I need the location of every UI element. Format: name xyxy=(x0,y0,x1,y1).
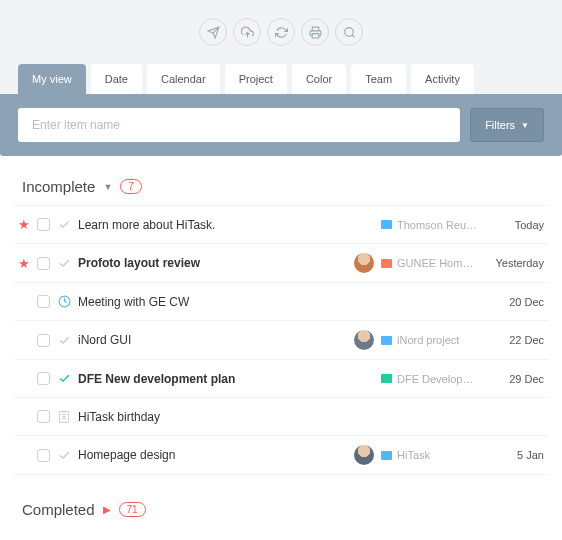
checkbox[interactable] xyxy=(37,410,50,423)
tab-calendar[interactable]: Calendar xyxy=(147,64,220,94)
checkbox[interactable] xyxy=(37,334,50,347)
checkbox[interactable] xyxy=(37,372,50,385)
tab-my-view[interactable]: My view xyxy=(18,64,86,94)
tab-project[interactable]: Project xyxy=(225,64,287,94)
task-date: 5 Jan xyxy=(486,449,544,461)
folder-icon xyxy=(381,451,392,460)
task-date: Today xyxy=(486,219,544,231)
star-icon[interactable]: ★ xyxy=(18,257,30,270)
folder-icon xyxy=(381,336,392,345)
print-icon[interactable] xyxy=(301,18,329,46)
check-icon xyxy=(57,449,71,462)
task-row[interactable]: ★Meeting with GE CW20 Dec xyxy=(14,283,548,321)
project-tag: GUNEE Homme Cam xyxy=(381,257,479,269)
task-row[interactable]: ★Learn more about HiTask.Thomson Reuters… xyxy=(14,206,548,244)
project-tag: DFE Development xyxy=(381,373,479,385)
completed-header[interactable]: Completed ▶ 71 xyxy=(14,501,548,518)
task-row[interactable]: ★iNord GUIiNord project22 Dec xyxy=(14,321,548,360)
chevron-down-icon: ▼ xyxy=(521,121,529,130)
task-title: iNord GUI xyxy=(78,333,347,347)
task-date: 29 Dec xyxy=(486,373,544,385)
cloud-upload-icon[interactable] xyxy=(233,18,261,46)
incomplete-header[interactable]: Incomplete ▼ 7 xyxy=(14,178,548,195)
document-icon xyxy=(57,411,71,423)
task-title: Learn more about HiTask. xyxy=(78,218,347,232)
check-icon xyxy=(57,334,71,347)
chevron-right-icon: ▶ xyxy=(103,504,111,515)
check-icon xyxy=(57,372,71,385)
star-icon[interactable]: ★ xyxy=(18,218,30,231)
checkbox[interactable] xyxy=(37,449,50,462)
folder-icon xyxy=(381,374,392,383)
task-list: ★Learn more about HiTask.Thomson Reuters… xyxy=(14,205,548,475)
folder-icon xyxy=(381,220,392,229)
check-icon xyxy=(57,218,71,231)
task-date: Yesterday xyxy=(486,257,544,269)
tab-team[interactable]: Team xyxy=(351,64,406,94)
checkbox[interactable] xyxy=(37,218,50,231)
task-row[interactable]: ★DFE New development planDFE Development… xyxy=(14,360,548,398)
svg-point-0 xyxy=(344,27,353,36)
checkbox[interactable] xyxy=(37,257,50,270)
chevron-down-icon: ▼ xyxy=(103,182,112,192)
count-badge: 7 xyxy=(120,179,142,194)
section-title: Incomplete xyxy=(22,178,95,195)
avatar xyxy=(354,330,374,350)
clock-icon xyxy=(57,295,71,308)
tab-color[interactable]: Color xyxy=(292,64,346,94)
avatar xyxy=(354,253,374,273)
task-title: DFE New development plan xyxy=(78,372,347,386)
task-row[interactable]: ★Profoto layout reviewGUNEE Homme CamYes… xyxy=(14,244,548,283)
task-date: 22 Dec xyxy=(486,334,544,346)
check-icon xyxy=(57,257,71,270)
search-bar: Filters▼ xyxy=(0,94,562,156)
filters-button[interactable]: Filters▼ xyxy=(470,108,544,142)
task-date: 20 Dec xyxy=(486,296,544,308)
content: Incomplete ▼ 7 ★Learn more about HiTask.… xyxy=(0,156,562,540)
task-row[interactable]: ★Homepage designHiTask5 Jan xyxy=(14,436,548,475)
project-tag: Thomson Reuters – A xyxy=(381,219,479,231)
task-row[interactable]: ★HiTask birthday xyxy=(14,398,548,436)
refresh-icon[interactable] xyxy=(267,18,295,46)
project-tag: HiTask xyxy=(381,449,479,461)
task-title: Meeting with GE CW xyxy=(78,295,347,309)
task-title: Profoto layout review xyxy=(78,256,347,270)
section-title: Completed xyxy=(22,501,95,518)
folder-icon xyxy=(381,259,392,268)
count-badge: 71 xyxy=(119,502,146,517)
tab-date[interactable]: Date xyxy=(91,64,142,94)
checkbox[interactable] xyxy=(37,295,50,308)
search-input[interactable] xyxy=(18,108,460,142)
view-tabs: My viewDateCalendarProjectColorTeamActiv… xyxy=(0,64,562,94)
send-icon[interactable] xyxy=(199,18,227,46)
project-tag: iNord project xyxy=(381,334,479,346)
top-bar: My viewDateCalendarProjectColorTeamActiv… xyxy=(0,0,562,94)
tab-activity[interactable]: Activity xyxy=(411,64,474,94)
task-title: HiTask birthday xyxy=(78,410,347,424)
search-icon[interactable] xyxy=(335,18,363,46)
avatar xyxy=(354,445,374,465)
action-icons xyxy=(0,18,562,46)
filters-label: Filters xyxy=(485,119,515,131)
task-title: Homepage design xyxy=(78,448,347,462)
